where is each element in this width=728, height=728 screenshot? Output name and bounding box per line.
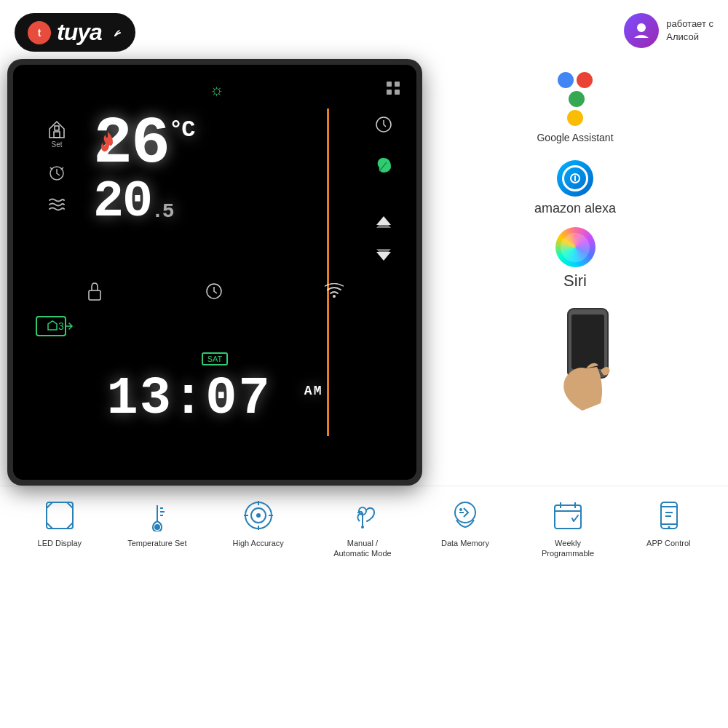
alexa-label: amazon alexa: [534, 201, 616, 216]
alexa-mic-icon: [569, 173, 581, 184]
weekly-programmable-icon: [552, 497, 585, 534]
svg-point-2: [637, 23, 646, 32]
feature-app-control: APP Control: [646, 497, 690, 548]
day-badge: SAT: [202, 352, 229, 365]
svg-point-31: [455, 502, 475, 523]
tuya-icon: t: [28, 21, 51, 44]
wifi-signal-icon: [108, 25, 122, 40]
alexa-icon: [557, 160, 593, 197]
tuya-logo: t tuya: [15, 13, 135, 52]
google-yellow-dot: [567, 110, 583, 126]
device-bottom-row: [28, 281, 402, 304]
right-controls: [365, 111, 402, 266]
alice-icon: [624, 13, 659, 48]
svg-point-21: [154, 524, 160, 530]
home-icon: [47, 119, 67, 139]
feature-weekly-programmable: Weekly Programmable: [535, 497, 601, 559]
svg-point-13: [333, 295, 336, 298]
google-green-dot: [569, 91, 585, 107]
high-accuracy-label: High Accuracy: [233, 538, 284, 548]
clock-bottom-icon[interactable]: [205, 282, 223, 304]
svg-rect-4: [395, 82, 400, 87]
top-icons-row: ☼: [28, 79, 402, 100]
thermostat-inner: ☼: [13, 65, 416, 480]
heat-waves-control[interactable]: [28, 197, 86, 211]
time-display: 13:07 AM: [28, 369, 402, 429]
set-temperature: 20 .5: [93, 177, 173, 228]
svg-rect-3: [387, 82, 392, 87]
data-memory-icon: [448, 497, 481, 534]
main-content: ☼: [0, 59, 728, 486]
eco-leaf-icon[interactable]: [373, 155, 394, 181]
temperature-display: 26 °C 20 .5: [86, 111, 365, 228]
svg-rect-20: [47, 502, 73, 529]
svg-text:t: t: [38, 27, 41, 39]
alice-text: работает с Алисой: [666, 17, 713, 44]
up-arrow-button[interactable]: [373, 213, 395, 231]
app-control-icon: [652, 497, 685, 534]
feature-data-memory: Data Memory: [441, 497, 489, 548]
svg-rect-18: [571, 314, 604, 369]
siri-icon: [555, 227, 596, 267]
temperature-set-icon: [141, 497, 173, 534]
app-control-label: APP Control: [646, 538, 690, 548]
features-section: LED Display Temperature Set High A: [0, 486, 728, 570]
svg-rect-6: [395, 90, 400, 95]
home-set-control[interactable]: Set: [28, 119, 86, 149]
set-label: Set: [51, 141, 62, 149]
down-arrow-button[interactable]: [373, 249, 395, 266]
middle-area: Set: [28, 111, 402, 266]
svg-rect-5: [387, 90, 392, 95]
alexa-section: amazon alexa: [437, 160, 713, 216]
right-panel: Google Assistant amazon alexa Siri: [430, 59, 721, 486]
thermostat-outer: ☼: [7, 59, 422, 486]
google-assistant-section: Google Assistant: [437, 66, 713, 149]
siri-section: Siri: [437, 227, 713, 290]
alarm-control[interactable]: [28, 163, 86, 182]
phone-hand-illustration: [437, 301, 713, 432]
manual-auto-label: Manual / Automatic Mode: [330, 538, 395, 559]
svg-point-40: [668, 526, 670, 529]
high-accuracy-icon: [242, 497, 274, 534]
led-display-icon: [43, 497, 76, 534]
led-display-label: LED Display: [38, 538, 82, 548]
weekly-programmable-label: Weekly Programmable: [535, 538, 601, 559]
google-red-dot: [577, 72, 593, 88]
feature-temperature-set: Temperature Set: [127, 497, 186, 548]
svg-point-24: [256, 513, 261, 518]
alarm-icon: [47, 163, 66, 182]
google-assistant-label: Google Assistant: [537, 132, 613, 143]
svg-point-32: [459, 508, 462, 511]
top-section: t tuya работает с Алисой: [0, 0, 728, 59]
grid-menu-icon[interactable]: [384, 79, 402, 100]
feature-led-display: LED Display: [38, 497, 82, 548]
svg-rect-8: [55, 126, 59, 130]
heat-waves-icon: [47, 197, 66, 211]
clock-right-icon[interactable]: [374, 115, 393, 137]
time-section: SAT 13:07 AM: [28, 352, 402, 429]
sun-icon[interactable]: ☼: [210, 81, 224, 100]
data-memory-label: Data Memory: [441, 538, 489, 548]
temperature-set-label: Temperature Set: [127, 538, 186, 548]
svg-text:3: 3: [58, 320, 64, 332]
svg-rect-7: [54, 132, 60, 138]
svg-point-30: [361, 526, 364, 529]
flame-icon: [97, 130, 119, 159]
manual-auto-icon: [346, 497, 379, 534]
alice-badge: работает с Алисой: [624, 13, 713, 48]
thermostat-container: ☼: [7, 59, 422, 486]
phone-hand-svg: [517, 301, 633, 418]
feature-manual-auto: Manual / Automatic Mode: [330, 497, 395, 559]
feature-high-accuracy: High Accuracy: [233, 497, 284, 548]
lock-button[interactable]: [86, 281, 103, 304]
google-blue-dot: [558, 72, 574, 88]
away-mode-icon[interactable]: 3: [28, 315, 402, 341]
tuya-logo-text: tuya: [57, 19, 102, 46]
orange-accent-line: [327, 108, 329, 436]
siri-label: Siri: [563, 272, 587, 290]
left-controls: Set: [28, 111, 86, 211]
google-icon: [557, 72, 593, 126]
svg-rect-11: [89, 290, 100, 300]
